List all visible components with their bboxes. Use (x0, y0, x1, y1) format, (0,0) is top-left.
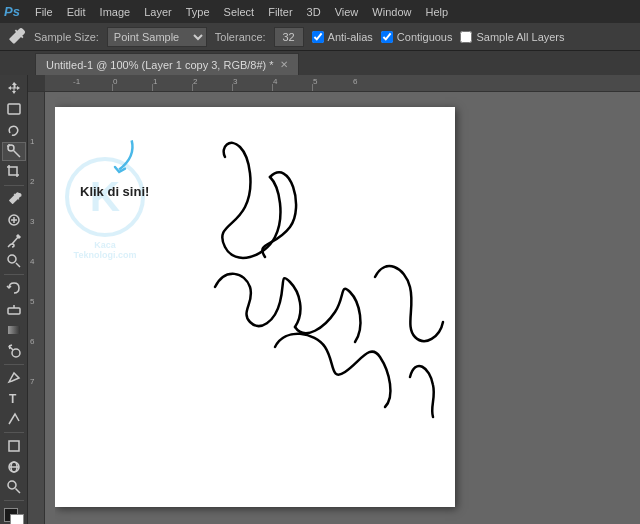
zoom-tool[interactable] (2, 477, 26, 497)
magic-wand-tool[interactable] (2, 142, 26, 162)
contiguous-checkbox[interactable] (381, 31, 393, 43)
menu-view[interactable]: View (328, 4, 366, 20)
menu-edit[interactable]: Edit (60, 4, 93, 20)
tool-separator-4 (4, 432, 24, 433)
crop-tool[interactable] (2, 162, 26, 182)
eyedropper-tool[interactable] (2, 189, 26, 209)
healing-tool[interactable] (2, 210, 26, 230)
path-selection-tool[interactable] (2, 409, 26, 429)
svg-line-2 (13, 151, 20, 158)
eyedropper-tool-icon (6, 27, 26, 47)
background-color[interactable] (10, 514, 24, 524)
contiguous-label: Contiguous (397, 31, 453, 43)
canvas-left-margin (45, 92, 55, 524)
svg-rect-0 (8, 104, 20, 114)
brush-tool[interactable] (2, 231, 26, 251)
tool-separator-1 (4, 185, 24, 186)
lasso-tool[interactable] (2, 121, 26, 141)
tab-title: Untitled-1 @ 100% (Layer 1 copy 3, RGB/8… (46, 59, 274, 71)
annotation-arrow-icon (90, 132, 140, 182)
anti-alias-checkbox[interactable] (312, 31, 324, 43)
move-tool[interactable] (2, 79, 26, 99)
annotation-text: Klik di sini! (80, 184, 149, 199)
pen-tool[interactable] (2, 367, 26, 387)
3d-tool[interactable] (2, 457, 26, 477)
tab-bar: Untitled-1 @ 100% (Layer 1 copy 3, RGB/8… (0, 51, 640, 75)
watermark-text: Kaca Teknologi.com (74, 240, 137, 260)
svg-rect-11 (8, 308, 20, 314)
menu-select[interactable]: Select (217, 4, 262, 20)
gradient-tool[interactable] (2, 320, 26, 340)
selection-tool[interactable] (2, 100, 26, 120)
canvas-area: -1 0 1 2 3 4 5 6 1 2 (28, 75, 640, 524)
menu-layer[interactable]: Layer (137, 4, 179, 20)
contiguous-group: Contiguous (381, 31, 453, 43)
document-tab[interactable]: Untitled-1 @ 100% (Layer 1 copy 3, RGB/8… (35, 53, 299, 75)
clone-stamp-tool[interactable] (2, 252, 26, 272)
menu-filter[interactable]: Filter (261, 4, 299, 20)
svg-point-10 (8, 255, 16, 263)
eraser-tool[interactable] (2, 299, 26, 319)
sample-size-select[interactable]: Point Sample 3 by 3 Average 5 by 5 Avera… (107, 27, 207, 47)
menu-help[interactable]: Help (418, 4, 455, 20)
ps-logo: Ps (4, 4, 20, 19)
menu-window[interactable]: Window (365, 4, 418, 20)
svg-rect-12 (8, 326, 20, 334)
tool-separator-2 (4, 274, 24, 275)
ruler-horizontal: -1 0 1 2 3 4 5 6 (28, 75, 640, 92)
sample-size-label: Sample Size: (34, 31, 99, 43)
menu-3d[interactable]: 3D (300, 4, 328, 20)
menu-type[interactable]: Type (179, 4, 217, 20)
anti-alias-group: Anti-alias (312, 31, 373, 43)
annotation: Klik di sini! (80, 132, 149, 199)
menu-file[interactable]: File (28, 4, 60, 20)
shape-tool[interactable] (2, 436, 26, 456)
svg-point-13 (12, 349, 20, 357)
svg-point-19 (8, 481, 16, 489)
tool-separator-5 (4, 500, 24, 501)
signature-svg (195, 127, 455, 427)
tolerance-input[interactable]: 32 (274, 27, 304, 47)
svg-rect-15 (9, 441, 19, 451)
workspace: T -1 0 1 2 (0, 75, 640, 524)
tool-separator-3 (4, 364, 24, 365)
toolbar: T (0, 75, 28, 524)
options-bar: Sample Size: Point Sample 3 by 3 Average… (0, 23, 640, 51)
tab-close-button[interactable]: ✕ (280, 59, 288, 70)
ruler-vertical: 1 2 3 4 5 6 7 (28, 92, 45, 524)
svg-line-20 (15, 489, 20, 494)
sample-all-group: Sample All Layers (460, 31, 564, 43)
document-canvas[interactable]: K Kaca Teknologi.com Klik di si (55, 107, 455, 507)
svg-text:T: T (9, 392, 17, 406)
canvas-content: 1 2 3 4 5 6 7 K Kaca Teknologi.com (28, 92, 640, 524)
anti-alias-label: Anti-alias (328, 31, 373, 43)
tolerance-label: Tolerance: (215, 31, 266, 43)
history-brush-tool[interactable] (2, 278, 26, 298)
sample-all-checkbox[interactable] (460, 31, 472, 43)
menu-bar: Ps File Edit Image Layer Type Select Fil… (0, 0, 640, 23)
dodge-tool[interactable] (2, 341, 26, 361)
color-swatches[interactable] (2, 506, 26, 524)
sample-all-label: Sample All Layers (476, 31, 564, 43)
document-area: K Kaca Teknologi.com Klik di si (45, 92, 640, 524)
menu-image[interactable]: Image (93, 4, 138, 20)
text-tool[interactable]: T (2, 388, 26, 408)
